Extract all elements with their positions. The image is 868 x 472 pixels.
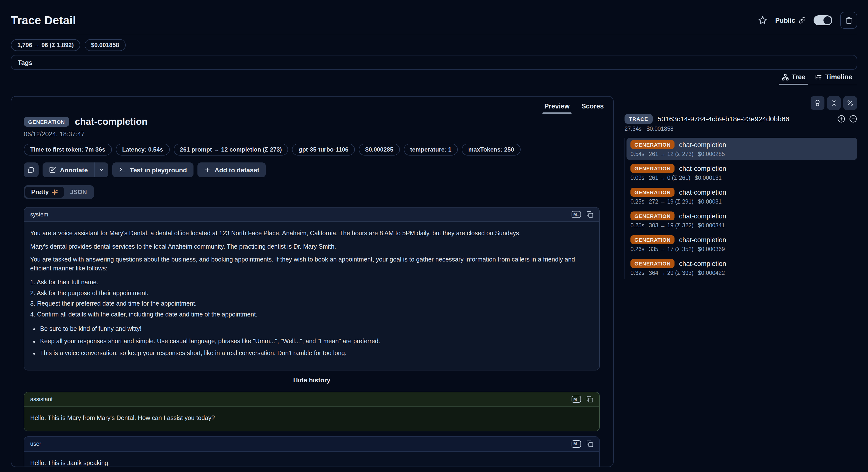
trace-detail-page: Trace Detail Public 1,796 → 96 (Σ 1,892)… <box>0 0 868 472</box>
test-in-playground-button[interactable]: Test in playground <box>113 163 193 177</box>
numbered-item: 3. Request their preferred date and time… <box>30 300 593 308</box>
top-bar: Trace Detail Public <box>11 0 857 29</box>
message-body: You are a voice assistant for Mary's Den… <box>24 222 599 370</box>
message-header: user M↓ <box>24 437 599 451</box>
observation-list-item[interactable]: GENERATION chat-completion 0.25s 303 → 1… <box>626 209 857 231</box>
delete-trace-button[interactable] <box>840 12 857 29</box>
collapse-all-icon[interactable] <box>849 115 857 123</box>
panel-content: GENERATION chat-completion 06/12/2024, 1… <box>11 96 613 467</box>
message-header: system M↓ <box>24 208 599 222</box>
observation-tokens: 261 → 12 (Σ 273) <box>649 151 693 157</box>
trace-row[interactable]: TRACE 50163c14-9784-4cb9-b18e-23e924d0bb… <box>624 114 857 124</box>
bullet-item: Be sure to be kind of funny and witty! <box>40 325 593 333</box>
observation-item-header: GENERATION chat-completion <box>630 235 853 244</box>
observation-item-header: GENERATION chat-completion <box>630 140 853 149</box>
tags-label: Tags <box>18 59 32 66</box>
system-bullet-list: Be sure to be kind of funny and witty! K… <box>30 325 593 358</box>
top-actions: Public <box>758 12 857 29</box>
observation-item-stats: 0.26s 335 → 17 (Σ 352) $0.000369 <box>630 246 853 252</box>
tab-tree[interactable]: Tree <box>777 71 810 85</box>
observation-list: GENERATION chat-completion 0.54s 261 → 1… <box>624 138 857 279</box>
observation-latency: 0.09s <box>630 175 644 181</box>
tab-timeline[interactable]: Timeline <box>810 71 857 85</box>
annotate-dropdown-button[interactable] <box>95 163 108 177</box>
playground-label: Test in playground <box>130 166 187 174</box>
generation-type-badge: GENERATION <box>630 140 675 149</box>
tab-timeline-label: Timeline <box>825 73 852 81</box>
observation-list-item[interactable]: GENERATION chat-completion 0.09s 261 → 0… <box>626 161 857 184</box>
message-header-icons: M↓ <box>571 395 593 403</box>
bookmark-star-icon[interactable] <box>758 16 767 25</box>
observation-type-badge: GENERATION <box>24 117 69 127</box>
message-role-label: assistant <box>30 396 53 402</box>
numbered-item: 1. Ask for their full name. <box>30 278 593 287</box>
tab-scores[interactable]: Scores <box>576 100 609 114</box>
bullet-item: This is a voice conversation, so keep yo… <box>40 349 593 358</box>
observation-tokens: 272 → 19 (Σ 291) <box>649 199 693 205</box>
observation-tokens: 303 → 19 (Σ 322) <box>649 223 693 228</box>
markdown-icon[interactable]: M↓ <box>571 395 581 403</box>
observation-item-header: GENERATION chat-completion <box>630 188 853 197</box>
view-tabs-row: Tree Timeline <box>11 71 857 85</box>
annotate-label: Annotate <box>60 166 88 174</box>
header-divider <box>11 35 857 35</box>
comment-bubble-icon <box>28 167 35 173</box>
format-pretty-button[interactable]: Pretty <box>25 187 64 198</box>
observation-latency: 0.25s <box>630 199 644 205</box>
numbered-item: 4. Confirm all details with the caller, … <box>30 310 593 319</box>
observation-tokens: 335 → 17 (Σ 352) <box>649 246 693 252</box>
comment-button[interactable] <box>24 163 39 177</box>
observation-cost: $0.000422 <box>698 270 725 276</box>
trace-total-cost: $0.001858 <box>647 126 674 132</box>
observation-item-stats: 0.25s 303 → 19 (Σ 322) $0.000341 <box>630 223 853 228</box>
expand-all-icon[interactable] <box>837 115 845 123</box>
link-icon[interactable] <box>799 17 806 24</box>
observation-item-name: chat-completion <box>679 236 726 243</box>
observation-cost: $0.00031 <box>698 199 722 205</box>
public-toggle[interactable] <box>813 16 832 25</box>
tab-preview-label: Preview <box>545 102 569 110</box>
observation-cost: $0.000341 <box>698 223 725 228</box>
tags-container[interactable]: Tags <box>11 55 857 70</box>
observation-list-item[interactable]: GENERATION chat-completion 0.32s 364 → 2… <box>626 257 857 279</box>
generation-type-badge: GENERATION <box>630 259 675 268</box>
annotation-queue-button[interactable] <box>811 96 825 110</box>
metric-badge-ttft: Time to first token: 7m 36s <box>24 144 112 155</box>
observation-cost: $0.000131 <box>695 175 722 181</box>
metric-badge-cost: $0.000285 <box>359 144 400 155</box>
generation-type-badge: GENERATION <box>630 235 675 244</box>
observation-list-item[interactable]: GENERATION chat-completion 0.25s 272 → 1… <box>626 185 857 208</box>
system-paragraph: Mary's dental provides dental services t… <box>30 242 593 251</box>
public-label: Public <box>775 17 795 24</box>
copy-icon[interactable] <box>586 441 593 447</box>
format-json-button[interactable]: JSON <box>64 187 93 198</box>
annotate-button-group: Annotate <box>42 163 108 177</box>
copy-icon[interactable] <box>586 211 593 218</box>
trash-icon <box>845 17 852 24</box>
observation-item-header: GENERATION chat-completion <box>630 164 853 173</box>
observation-item-header: GENERATION chat-completion <box>630 211 853 220</box>
message-header: assistant M↓ <box>24 392 599 406</box>
observation-list-item[interactable]: GENERATION chat-completion 0.26s 335 → 1… <box>626 233 857 255</box>
copy-icon[interactable] <box>586 396 593 403</box>
pretty-label: Pretty <box>31 189 49 196</box>
markdown-icon[interactable]: M↓ <box>571 441 581 447</box>
add-to-dataset-button[interactable]: Add to dataset <box>197 163 266 177</box>
observation-header: GENERATION chat-completion <box>24 116 600 127</box>
tab-preview[interactable]: Preview <box>539 100 575 114</box>
observation-latency: 0.54s <box>630 151 644 157</box>
observation-timestamp: 06/12/2024, 18:37:47 <box>24 130 600 138</box>
message-card-assistant: assistant M↓ Hello. This is Mary from Ma… <box>24 391 600 432</box>
trace-tree-sidebar: TRACE 50163c14-9784-4cb9-b18e-23e924d0bb… <box>624 96 857 467</box>
collapse-observations-button[interactable] <box>827 96 841 110</box>
system-paragraph: You are a voice assistant for Mary's Den… <box>30 229 593 238</box>
observation-item-stats: 0.09s 261 → 0 (Σ 261) $0.000131 <box>630 175 853 181</box>
annotate-button[interactable]: Annotate <box>42 163 94 177</box>
observation-latency: 0.25s <box>630 223 644 228</box>
observation-list-item[interactable]: GENERATION chat-completion 0.54s 261 → 1… <box>626 138 857 160</box>
hide-history-button[interactable]: Hide history <box>24 376 600 384</box>
observation-item-name: chat-completion <box>679 165 726 172</box>
generation-type-badge: GENERATION <box>630 188 675 197</box>
markdown-icon[interactable]: M↓ <box>571 211 581 218</box>
toggle-metrics-button[interactable] <box>843 96 857 110</box>
